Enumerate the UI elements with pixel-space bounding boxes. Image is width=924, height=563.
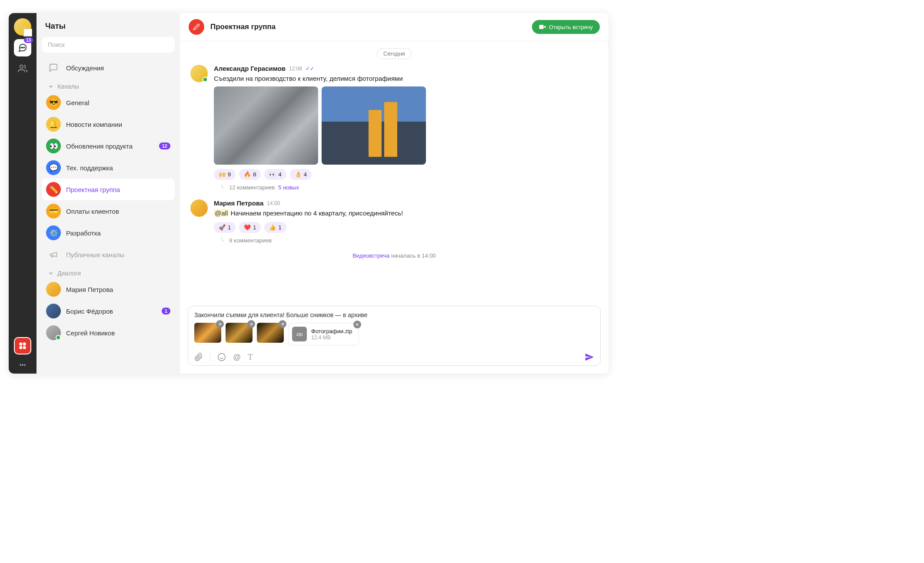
reaction[interactable]: ❤️1	[239, 222, 261, 233]
chat-messages: Сегодня Александр Герасимов 12:08 ✓✓ Съе…	[180, 41, 608, 306]
composer-toolbar: @ T	[194, 350, 594, 362]
dialog-maria[interactable]: Мария Петрова	[42, 278, 175, 300]
user-avatar[interactable]	[14, 18, 31, 36]
reaction[interactable]: 👀4	[264, 169, 286, 180]
message-text: @all Начинаем презентацию по 4 кварталу,…	[214, 209, 598, 218]
chevron-down-icon	[48, 270, 54, 276]
reactions: 🙌9 🔥8 👀4 👌4	[214, 169, 598, 180]
attached-image[interactable]	[322, 86, 426, 165]
search-input[interactable]	[48, 41, 169, 48]
dialog-sergey[interactable]: Сергей Новиков	[42, 322, 175, 344]
channel-project-group[interactable]: ✏️ Проектная группа	[42, 179, 175, 200]
nav-contacts[interactable]	[14, 60, 31, 77]
svg-rect-7	[23, 346, 26, 349]
message-time: 12:08	[289, 66, 302, 72]
attached-file[interactable]: zip Фотографии.zip 12.4 MB ✕	[288, 323, 359, 345]
message-time: 14:00	[267, 200, 280, 206]
channel-icon: 💬	[46, 160, 61, 175]
app-switcher[interactable]	[14, 337, 31, 354]
mention-icon[interactable]: @	[233, 353, 241, 362]
avatar[interactable]	[190, 199, 208, 217]
avatar	[46, 325, 61, 340]
remove-attachment-button[interactable]: ✕	[216, 320, 224, 328]
attachments-row: ✕ ✕ ✕ zip Фотографии.zip 12.4 MB ✕	[194, 323, 594, 345]
dialogs-section-header[interactable]: Диалоги	[42, 265, 175, 278]
text-format-icon[interactable]: T	[248, 353, 253, 362]
sidebar-discussions[interactable]: Обсуждения	[42, 57, 175, 79]
channel-icon: 💳	[46, 204, 61, 219]
message: Мария Петрова 14:00 @all Начинаем презен…	[190, 199, 598, 244]
comments-thread[interactable]: 9 комментариев	[220, 237, 598, 244]
remove-attachment-button[interactable]: ✕	[247, 320, 255, 328]
file-size: 12.4 MB	[311, 334, 352, 341]
search-box[interactable]	[42, 37, 175, 53]
video-started-note: Видеовстреча началась в 14:00	[190, 252, 598, 259]
reactions: 🚀1 ❤️1 👍1	[214, 222, 598, 233]
public-channels[interactable]: Публичные каналы	[42, 244, 175, 265]
video-icon	[539, 23, 546, 30]
message: Александр Герасимов 12:08 ✓✓ Съездили на…	[190, 65, 598, 191]
avatar[interactable]	[190, 65, 208, 82]
attached-thumbnail[interactable]: ✕	[226, 323, 253, 343]
reaction[interactable]: 🚀1	[214, 222, 236, 233]
reaction[interactable]: 🔥8	[239, 169, 261, 180]
channel-icon: 🔔	[46, 117, 61, 132]
image-attachments	[214, 86, 598, 165]
app-logo-icon	[18, 341, 27, 350]
message-author[interactable]: Александр Герасимов	[214, 65, 286, 72]
reaction[interactable]: 🙌9	[214, 169, 236, 180]
comments-thread[interactable]: 12 комментариев 5 новых	[220, 184, 598, 191]
sidebar-title: Чаты	[42, 19, 175, 37]
emoji-icon[interactable]	[217, 353, 226, 361]
message-text: Съездили на производство к клиенту, дели…	[214, 74, 598, 83]
channel-support[interactable]: 💬 Тех. поддержка	[42, 157, 175, 179]
channel-icon: 👀	[46, 139, 61, 153]
channel-general[interactable]: 😎 General	[42, 92, 175, 113]
remove-attachment-button[interactable]: ✕	[353, 321, 361, 328]
date-separator: Сегодня	[190, 50, 598, 57]
remove-attachment-button[interactable]: ✕	[279, 320, 286, 328]
channel-icon: ✏️	[46, 182, 61, 197]
channel-product[interactable]: 👀 Обновления продукта 12	[42, 135, 175, 157]
nav-chats[interactable]: 13	[14, 39, 31, 56]
online-status-icon	[203, 77, 208, 82]
svg-rect-5	[23, 343, 26, 346]
svg-rect-4	[20, 343, 23, 346]
nav-rail: 13 •••	[9, 13, 37, 374]
unread-badge: 1	[162, 308, 170, 315]
megaphone-icon	[46, 247, 61, 262]
composer-input[interactable]: Закончили съемки для клиента! Больше сни…	[194, 311, 594, 318]
reaction[interactable]: 👍1	[264, 222, 286, 233]
svg-point-9	[218, 354, 226, 361]
mention[interactable]: @all	[214, 209, 229, 217]
channels-section-header[interactable]: Каналы	[42, 79, 175, 92]
chat-avatar[interactable]	[189, 19, 204, 35]
sidebar: Чаты Обсуждения Каналы 😎 General 🔔 Новос…	[37, 13, 180, 374]
people-icon	[18, 64, 27, 73]
discussions-label: Обсуждения	[66, 64, 170, 72]
avatar	[46, 304, 61, 318]
message-author[interactable]: Мария Петрова	[214, 199, 263, 207]
chat-pane: Проектная группа Открыть встречу Сегодня…	[180, 13, 608, 374]
send-button[interactable]	[585, 352, 594, 362]
channel-icon: ⚙️	[46, 225, 61, 240]
speech-bubble-icon	[18, 43, 27, 53]
reaction[interactable]: 👌4	[290, 169, 312, 180]
attached-thumbnail[interactable]: ✕	[257, 323, 284, 343]
channel-dev[interactable]: ⚙️ Разработка	[42, 222, 175, 244]
channel-payments[interactable]: 💳 Оплаты клиентов	[42, 200, 175, 222]
file-name: Фотографии.zip	[311, 328, 352, 334]
channel-news[interactable]: 🔔 Новости компании	[42, 113, 175, 135]
attached-image[interactable]	[214, 86, 318, 165]
more-menu[interactable]: •••	[20, 361, 26, 368]
svg-rect-6	[20, 346, 23, 349]
paperclip-icon[interactable]	[194, 353, 203, 361]
discussion-icon	[46, 60, 61, 75]
online-status-icon	[56, 335, 61, 340]
dialogs-section-label: Диалоги	[57, 270, 81, 277]
video-link[interactable]: Видеовстреча	[352, 252, 389, 259]
dialog-boris[interactable]: Борис Фёдоров 1	[42, 300, 175, 322]
attached-thumbnail[interactable]: ✕	[194, 323, 221, 343]
pencil-icon	[193, 23, 200, 30]
open-meeting-button[interactable]: Открыть встречу	[532, 20, 600, 34]
